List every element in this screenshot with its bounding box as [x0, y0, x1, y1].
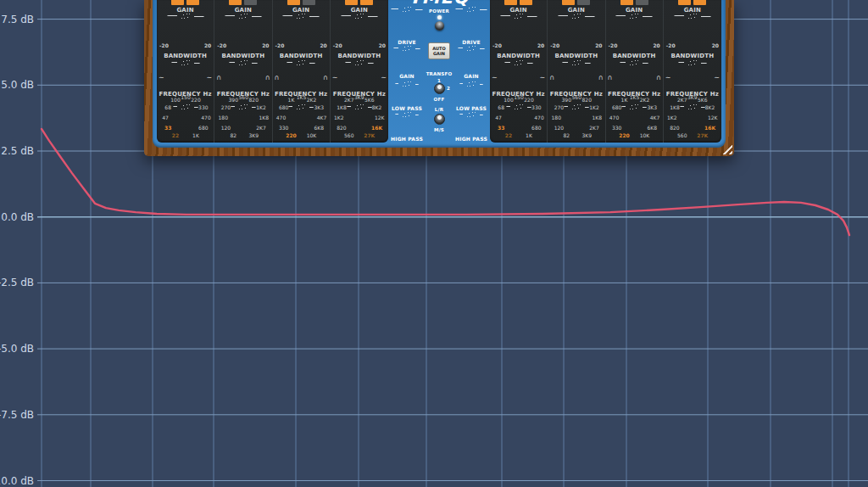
freq-option: 47 [495, 115, 502, 120]
band-enable-button[interactable] [678, 0, 691, 5]
band-enable-button[interactable] [287, 0, 300, 5]
band-frequency-selector[interactable] [680, 104, 705, 109]
freq-option: 4K7 [650, 115, 660, 120]
band-bandwidth-knob[interactable] [229, 60, 258, 65]
band-gain-knob[interactable] [500, 14, 537, 19]
db-axis-label: -5.0 dB [0, 343, 34, 355]
band-enable-button[interactable] [693, 0, 706, 5]
wide-bandwidth-icon: ∼ [665, 75, 671, 81]
gain-knob-left[interactable] [393, 46, 420, 51]
high-pass-label: HIGH PASS [388, 136, 426, 142]
band-enable-button[interactable] [360, 0, 373, 5]
band-enable-button[interactable] [520, 0, 532, 5]
gain-min-label: -20 [492, 42, 502, 48]
band-enable-button[interactable] [345, 0, 358, 5]
freq-option: 390 [229, 97, 238, 103]
freq-option: 1K [526, 132, 532, 137]
band-gain-knob[interactable] [558, 14, 595, 19]
band-frequency-selector[interactable] [231, 104, 256, 109]
narrow-bandwidth-icon: ∼ [381, 75, 387, 81]
band-frequency-selector[interactable] [347, 104, 372, 109]
band-gain-knob[interactable] [167, 14, 204, 19]
band-frequency-selector[interactable] [506, 104, 531, 109]
band-gain-knob[interactable] [225, 14, 262, 19]
drive-knob-right[interactable] [455, 7, 487, 12]
high-pass-knob-left[interactable] [395, 112, 419, 117]
freq-option: 470 [534, 115, 543, 120]
band-bandwidth-knob[interactable] [287, 60, 315, 65]
band-enable-button[interactable] [636, 0, 648, 5]
band-bandwidth-knob[interactable] [562, 60, 591, 65]
freq-option: 220 [286, 132, 297, 137]
low-pass-knob-right[interactable] [459, 81, 483, 87]
band-frequency-selector[interactable] [621, 104, 647, 109]
freq-option: 120 [554, 125, 564, 131]
band-gain-knob[interactable] [615, 14, 653, 19]
band-gain-knob[interactable] [341, 14, 378, 19]
db-axis-label: -10.0 dB [0, 475, 34, 487]
freq-option: 470 [201, 115, 210, 120]
freq-option: 1K5 [630, 94, 640, 100]
wide-bandwidth-icon: ∩ [216, 75, 221, 81]
freq-option: 220 [619, 132, 630, 137]
band-bandwidth-knob[interactable] [171, 60, 200, 65]
freq-option: 10K [640, 132, 650, 137]
freq-option: 330 [279, 125, 288, 131]
narrow-bandwidth-icon: ∩ [265, 75, 270, 81]
band-enable-button[interactable] [577, 0, 590, 5]
band-bandwidth-knob[interactable] [620, 60, 648, 65]
band-bandwidth-knob[interactable] [504, 60, 533, 65]
band-frequency-selector[interactable] [564, 104, 589, 109]
freq-option: 27K [364, 132, 375, 137]
auto-gain-button[interactable]: AUTO GAIN [428, 42, 450, 59]
drive-knob-left[interactable] [391, 7, 423, 12]
high-pass-label: HIGH PASS [453, 136, 490, 142]
band-gain-knob[interactable] [674, 14, 711, 19]
band-enable-button[interactable] [303, 0, 315, 5]
band-enable-button[interactable] [244, 0, 257, 5]
high-pass-knob-right[interactable] [459, 112, 483, 117]
band-enable-button[interactable] [562, 0, 575, 5]
freq-option: 5K6 [364, 97, 375, 103]
band-enable-button[interactable] [171, 0, 184, 5]
left-channel-bands: GAIN -20 20 BANDWIDTH ∼ ∼ FREQUENCY Hz 2… [157, 0, 388, 143]
transfo-switch[interactable] [434, 83, 445, 94]
freq-option: 180 [219, 115, 228, 120]
freq-option: 1K8 [259, 115, 269, 120]
auto-gain-label-2: GAIN [433, 51, 445, 56]
wide-bandwidth-icon: ∼ [332, 75, 338, 81]
band-enable-button[interactable] [229, 0, 242, 5]
gain-min-label: -20 [159, 42, 169, 48]
lr-ms-switch[interactable] [434, 114, 445, 125]
low-pass-knob-left[interactable] [395, 81, 419, 87]
band-bandwidth-knob[interactable] [345, 60, 374, 65]
freq-option: 330 [198, 104, 208, 110]
band-bandwidth-knob[interactable] [678, 60, 707, 65]
freq-option: 220 [191, 97, 200, 103]
band-bandwidth-label: BANDWIDTH [273, 53, 330, 59]
band-frequency-selector[interactable] [173, 104, 198, 109]
left-master-column: DRIVE GAIN LOW PASS HIGH PASS [388, 0, 426, 143]
band-frequency-selector[interactable] [288, 104, 314, 109]
band-bandwidth-label: BANDWIDTH [490, 53, 547, 59]
wide-bandwidth-icon: ∼ [492, 75, 498, 81]
freq-option: 560 [572, 94, 581, 100]
freq-option: 820 [337, 125, 346, 131]
ms-label: M/S [426, 127, 453, 132]
freq-option: 2K7 [344, 97, 354, 103]
narrow-bandwidth-icon: ∼ [207, 75, 213, 81]
gain-min-label: -20 [275, 42, 285, 48]
band-8: GAIN -20 20 BANDWIDTH ∼ ∼ FREQUENCY Hz 5… [664, 0, 721, 143]
band-enable-button[interactable] [186, 0, 199, 5]
band-enable-button[interactable] [504, 0, 517, 5]
freq-option: 560 [677, 132, 687, 137]
band-buttons [214, 0, 271, 5]
band-gain-knob[interactable] [282, 14, 320, 19]
freq-option: 3K3 [314, 104, 325, 110]
power-button[interactable] [435, 21, 444, 31]
band-4: GAIN -20 20 BANDWIDTH ∼ ∼ FREQUENCY Hz 5… [331, 0, 388, 143]
freq-option: 33 [498, 125, 504, 131]
wide-bandwidth-icon: ∩ [549, 75, 554, 81]
gain-knob-right[interactable] [458, 46, 485, 51]
band-enable-button[interactable] [620, 0, 633, 5]
